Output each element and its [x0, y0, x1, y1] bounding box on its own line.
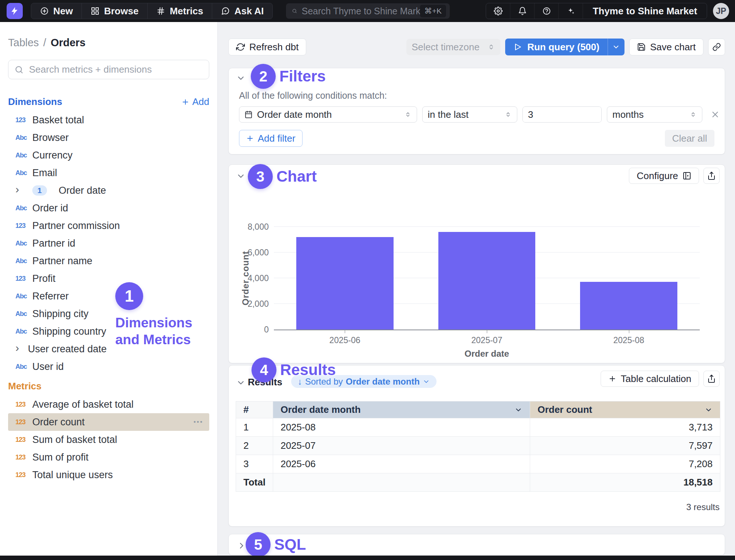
x-tick-label: 2025-08: [613, 335, 644, 345]
sidebar-item-profit[interactable]: 123Profit: [8, 270, 209, 287]
expand-sql-chevron[interactable]: [237, 541, 246, 550]
timezone-select[interactable]: Select timezone: [406, 39, 500, 55]
sidebar-item-order-id[interactable]: AbcOrder id: [8, 199, 209, 217]
configure-button[interactable]: Configure: [629, 168, 699, 184]
sidebar-item-total-unique-users[interactable]: 123Total unique users: [8, 466, 209, 484]
sidebar-item-user-created-date[interactable]: ›User created date: [8, 340, 209, 358]
annotation-3: 3 Chart: [248, 164, 317, 189]
sidebar-item-order-count[interactable]: 123Order count•••: [8, 413, 209, 431]
sidebar-item-partner-id[interactable]: AbcPartner id: [8, 234, 209, 252]
notifications-button[interactable]: [510, 3, 535, 19]
new-button[interactable]: New: [31, 3, 82, 19]
save-chart-button[interactable]: Save chart: [629, 39, 703, 55]
filter-field-select[interactable]: Order date month: [239, 106, 417, 123]
sidebar-item-shipping-city[interactable]: AbcShipping city: [8, 305, 209, 323]
breadcrumb: Tables / Orders: [8, 37, 209, 49]
field-label: Order date: [59, 185, 106, 196]
field-label: Partner id: [32, 238, 75, 249]
global-search-input[interactable]: [302, 6, 420, 17]
chevron-down-icon: [612, 43, 620, 51]
row-index: 1: [236, 418, 273, 437]
fields-search-input[interactable]: [29, 64, 203, 75]
refresh-dbt-button[interactable]: Refresh dbt: [228, 39, 306, 55]
browse-label: Browse: [104, 6, 138, 17]
sidebar-item-sum-of-profit[interactable]: 123Sum of profit: [8, 448, 209, 466]
sidebar-item-partner-commission[interactable]: 123Partner commission: [8, 217, 209, 234]
share-link-button[interactable]: [708, 39, 725, 55]
sidebar-item-referrer[interactable]: AbcReferrer: [8, 287, 209, 305]
cell-order-count[interactable]: 7,208: [530, 455, 720, 473]
help-button[interactable]: [535, 3, 559, 19]
chevron-updown-icon: [689, 111, 697, 118]
breadcrumb-tables[interactable]: Tables: [8, 37, 39, 49]
bar-2025-06[interactable]: [296, 237, 393, 330]
main-nav: New Browse Metrics Ask AI: [31, 3, 273, 19]
refresh-icon: [236, 43, 245, 51]
topbar: New Browse Metrics Ask AI ⌘+K: [0, 0, 735, 22]
ask-ai-button[interactable]: Ask AI: [212, 3, 272, 19]
org-switcher[interactable]: Thyme to Shine Market: [583, 3, 707, 19]
sidebar-item-order-date[interactable]: ›1Order date: [8, 182, 209, 199]
sidebar-item-average-of-basket-total[interactable]: 123Average of basket total: [8, 396, 209, 413]
metrics-list: 123Average of basket total123Order count…: [8, 396, 209, 484]
cell-order-count[interactable]: 3,713: [530, 418, 720, 437]
sidebar-item-browser[interactable]: AbcBrowser: [8, 129, 209, 146]
filter-unit-select[interactable]: months: [607, 106, 702, 123]
settings-button[interactable]: [486, 3, 510, 19]
avatar[interactable]: JP: [713, 3, 729, 19]
sidebar-item-currency[interactable]: AbcCurrency: [8, 146, 209, 164]
run-query-button[interactable]: Run query (500): [505, 39, 608, 55]
cell-order-count[interactable]: 7,597: [530, 437, 720, 455]
table-row[interactable]: 22025-077,597: [236, 437, 720, 455]
table-total-row: Total18,518: [236, 473, 720, 492]
filter-value-input[interactable]: [523, 107, 602, 122]
table-row[interactable]: 12025-083,713: [236, 418, 720, 437]
clear-all-button[interactable]: Clear all: [665, 130, 714, 147]
column-header-order-date-month[interactable]: Order date month: [273, 401, 530, 418]
cell-order-date-month[interactable]: 2025-07: [273, 437, 530, 455]
sidebar-item-basket-total[interactable]: 123Basket total: [8, 111, 209, 129]
y-tick-label: 0: [264, 325, 269, 335]
column-header-order-count[interactable]: Order count: [530, 401, 720, 418]
collapse-chart-chevron[interactable]: [236, 171, 246, 181]
table-calculation-button[interactable]: Table calculation: [601, 371, 699, 387]
add-filter-button[interactable]: Add filter: [239, 130, 303, 147]
plus-icon: [608, 375, 616, 383]
global-search[interactable]: ⌘+K: [286, 3, 450, 19]
field-label: Email: [32, 167, 57, 179]
sparkles-button[interactable]: [559, 3, 583, 19]
app-logo[interactable]: [7, 3, 23, 19]
y-tick-label: 2,000: [247, 299, 269, 309]
sidebar-item-partner-name[interactable]: AbcPartner name: [8, 252, 209, 270]
chevron-right-icon[interactable]: ›: [15, 184, 23, 195]
collapse-filters-chevron[interactable]: [236, 73, 246, 83]
run-query-dropdown[interactable]: [608, 39, 624, 55]
cell-order-date-month[interactable]: 2025-08: [273, 418, 530, 437]
table-row[interactable]: 32025-067,208: [236, 455, 720, 473]
sidebar-item-shipping-country[interactable]: AbcShipping country: [8, 323, 209, 340]
sidebar-item-user-id[interactable]: AbcUser id: [8, 358, 209, 375]
export-results-button[interactable]: [703, 371, 720, 387]
number-type-icon: 123: [15, 454, 28, 461]
chart-title: Chart: [276, 168, 317, 185]
chevron-right-icon[interactable]: ›: [15, 342, 23, 353]
filter-operator-select[interactable]: in the last: [422, 106, 517, 123]
fields-search[interactable]: [8, 60, 209, 79]
add-dimension-button[interactable]: Add: [181, 96, 209, 108]
metrics-button[interactable]: Metrics: [148, 3, 212, 19]
browse-button[interactable]: Browse: [82, 3, 148, 19]
sidebar-item-sum-of-basket-total[interactable]: 123Sum of basket total: [8, 431, 209, 448]
bar-2025-07[interactable]: [438, 232, 535, 330]
sorted-by-pill[interactable]: ↓ Sorted by Order date month: [291, 375, 437, 388]
cell-order-date-month[interactable]: 2025-06: [273, 455, 530, 473]
collapse-results-chevron[interactable]: [236, 378, 246, 388]
remove-filter-button[interactable]: [710, 110, 720, 119]
bar-2025-08[interactable]: [580, 282, 677, 330]
explore-sidebar: Tables / Orders Dimensions Add 123Basket…: [0, 22, 218, 556]
toolbar-right: Select timezone Run query (500) Save cha…: [406, 39, 725, 55]
item-menu-icon[interactable]: •••: [193, 418, 203, 426]
sidebar-item-email[interactable]: AbcEmail: [8, 164, 209, 182]
annotation-2-number: 2: [251, 64, 276, 89]
export-chart-button[interactable]: [703, 168, 720, 184]
x-tick: [345, 330, 345, 333]
